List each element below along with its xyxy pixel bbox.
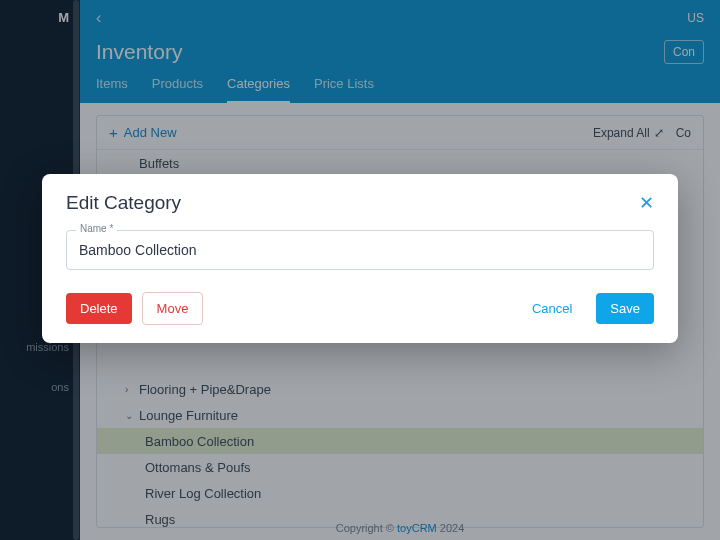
close-icon[interactable]: ✕ — [639, 194, 654, 212]
delete-button[interactable]: Delete — [66, 293, 132, 324]
modal-footer: Delete Move Cancel Save — [66, 292, 654, 325]
cancel-button[interactable]: Cancel — [518, 293, 586, 324]
save-button[interactable]: Save — [596, 293, 654, 324]
move-button[interactable]: Move — [142, 292, 204, 325]
modal-title: Edit Category — [66, 192, 181, 214]
modal-overlay[interactable]: Edit Category ✕ Name * Delete Move Cance… — [0, 0, 720, 540]
name-input[interactable] — [66, 230, 654, 270]
modal-header: Edit Category ✕ — [66, 192, 654, 214]
edit-category-modal: Edit Category ✕ Name * Delete Move Cance… — [42, 174, 678, 343]
name-label: Name * — [76, 223, 117, 234]
name-field: Name * — [66, 230, 654, 270]
